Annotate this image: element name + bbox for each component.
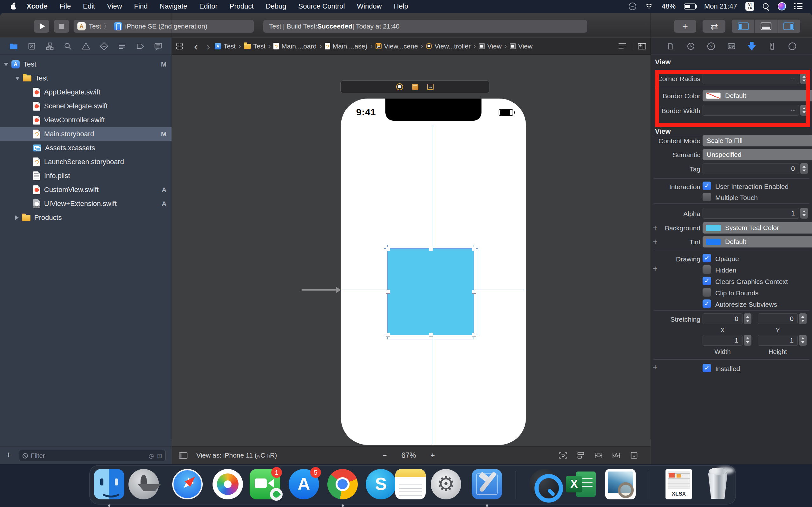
- attributes-inspector-icon[interactable]: [747, 42, 757, 51]
- first-responder-icon[interactable]: [412, 83, 418, 90]
- add-constraints-icon[interactable]: [594, 451, 604, 460]
- hidden-variation-button[interactable]: +: [653, 264, 658, 274]
- dock-xcode-icon[interactable]: [472, 469, 502, 499]
- corner-radius-field[interactable]: --: [703, 73, 799, 84]
- background-dropdown[interactable]: System Teal Color: [703, 222, 812, 233]
- zoom-out-button[interactable]: −: [383, 451, 387, 460]
- installed-variation-button[interactable]: +: [653, 362, 658, 372]
- forward-button[interactable]: ›: [202, 42, 214, 51]
- stretching-y-stepper[interactable]: [799, 314, 807, 324]
- tree-row-scenedelegate[interactable]: SceneDelegate.swift: [0, 99, 171, 113]
- storyboard-canvas[interactable]: → 9:41: [172, 55, 651, 446]
- crumb-scene[interactable]: View...cene: [384, 43, 418, 50]
- size-inspector-icon[interactable]: [767, 42, 777, 51]
- resize-handle-se[interactable]: [472, 333, 476, 337]
- stretching-y-field[interactable]: 0: [758, 314, 798, 324]
- dock-launchpad-icon[interactable]: [129, 469, 159, 499]
- dock-chrome-icon[interactable]: [327, 469, 358, 499]
- run-button[interactable]: [34, 20, 49, 33]
- battery-icon[interactable]: [684, 3, 696, 9]
- crumb-subview[interactable]: View: [518, 43, 532, 50]
- crumb-group[interactable]: Test: [253, 43, 266, 50]
- quick-help-inspector-icon[interactable]: ?: [706, 42, 716, 51]
- border-width-field[interactable]: --: [703, 105, 799, 116]
- menu-navigate[interactable]: Navigate: [154, 2, 194, 10]
- file-inspector-icon[interactable]: [666, 42, 675, 51]
- find-navigator-icon[interactable]: [63, 42, 72, 51]
- resize-handle-nw[interactable]: [386, 247, 390, 251]
- dock-system-preferences-icon[interactable]: ⚙: [431, 469, 461, 499]
- dock-finder-icon[interactable]: [94, 469, 124, 499]
- stretching-height-stepper[interactable]: [799, 335, 807, 346]
- corner-radius-stepper[interactable]: [800, 73, 808, 84]
- tag-field[interactable]: 0: [703, 163, 799, 174]
- tree-row-viewcontroller[interactable]: ViewController.swift: [0, 113, 171, 127]
- scm-status-icon[interactable]: ⊡: [157, 452, 162, 459]
- resize-handle-n[interactable]: [429, 247, 433, 251]
- tree-row-customview[interactable]: CustomView.swift A: [0, 183, 171, 197]
- toggle-debug-area-button[interactable]: [755, 20, 777, 33]
- dock-preview-icon[interactable]: [605, 469, 636, 499]
- border-color-dropdown[interactable]: Default: [703, 90, 812, 101]
- input-source-icon[interactable]: VI TX: [745, 2, 754, 11]
- crumb-storyboard[interactable]: Main....oard: [281, 43, 316, 50]
- device-orientation-icon[interactable]: [558, 451, 568, 460]
- source-control-navigator-icon[interactable]: [27, 42, 36, 51]
- tag-stepper[interactable]: [800, 163, 808, 174]
- tree-row-products[interactable]: Products: [0, 211, 171, 225]
- crumb-project[interactable]: Test: [223, 43, 236, 50]
- symbol-navigator-icon[interactable]: [45, 42, 54, 51]
- issue-navigator-icon[interactable]: [82, 42, 90, 51]
- wifi-icon[interactable]: [645, 3, 653, 10]
- menu-view[interactable]: View: [101, 2, 128, 10]
- initial-viewcontroller-arrow[interactable]: [302, 289, 340, 291]
- resize-handle-e[interactable]: [472, 290, 476, 294]
- hidden-checkbox[interactable]: [703, 265, 711, 274]
- add-file-button[interactable]: +: [6, 450, 11, 460]
- menu-help[interactable]: Help: [388, 2, 414, 10]
- device-chooser-icon[interactable]: [179, 452, 188, 459]
- alpha-stepper[interactable]: [800, 208, 808, 219]
- dock-safari-icon[interactable]: [172, 469, 203, 499]
- installed-checkbox[interactable]: ✓: [703, 364, 711, 372]
- menu-product[interactable]: Product: [223, 2, 260, 10]
- siri-icon[interactable]: [778, 2, 786, 10]
- content-mode-dropdown[interactable]: Scale To Fill: [703, 135, 812, 147]
- stretching-x-stepper[interactable]: [744, 314, 751, 324]
- dock-notes-icon[interactable]: [395, 469, 426, 499]
- library-button[interactable]: +: [674, 20, 696, 33]
- tree-row-infoplist[interactable]: Info.plist: [0, 169, 171, 183]
- disclosure-triangle[interactable]: [4, 63, 8, 66]
- resolve-autolayout-icon[interactable]: [611, 451, 621, 460]
- view-as-label[interactable]: View as: iPhone 11 (wC hR): [196, 452, 277, 459]
- view-controller-icon[interactable]: [396, 83, 403, 90]
- menu-xcode[interactable]: Xcode: [20, 2, 54, 10]
- stretching-width-stepper[interactable]: [744, 335, 751, 346]
- alpha-field[interactable]: 1: [703, 208, 799, 219]
- dock-trash-icon[interactable]: [703, 469, 733, 499]
- zoom-level[interactable]: 67%: [401, 451, 416, 460]
- disclosure-triangle[interactable]: [15, 77, 20, 80]
- recent-files-icon[interactable]: ◷: [148, 452, 154, 459]
- history-inspector-icon[interactable]: [686, 42, 696, 51]
- zoom-in-button[interactable]: +: [430, 451, 435, 460]
- dock-quicktime-icon[interactable]: [529, 469, 560, 499]
- toggle-inspector-button[interactable]: [777, 20, 800, 33]
- apple-menu-icon[interactable]: [11, 3, 16, 9]
- menu-debug[interactable]: Debug: [260, 2, 293, 10]
- dock-photos-icon[interactable]: [212, 469, 243, 499]
- resize-handle-ne[interactable]: [472, 247, 476, 251]
- menu-clock[interactable]: Mon 21:47: [704, 2, 737, 10]
- spotlight-search-icon[interactable]: [763, 3, 769, 10]
- tree-row-launchscreen[interactable]: LaunchScreen.storyboard: [0, 155, 171, 169]
- creative-cloud-icon[interactable]: ∞: [629, 3, 636, 10]
- test-navigator-icon[interactable]: [100, 42, 108, 51]
- opaque-checkbox[interactable]: ✓: [703, 254, 711, 262]
- menu-editor[interactable]: Editor: [193, 2, 223, 10]
- tree-row-main-storyboard[interactable]: Main.storyboard M: [0, 127, 171, 141]
- resize-handle-sw[interactable]: [386, 333, 390, 337]
- menu-window[interactable]: Window: [351, 2, 388, 10]
- tree-row-group-test[interactable]: Test: [0, 71, 171, 85]
- menu-edit[interactable]: Edit: [77, 2, 101, 10]
- autoresize-checkbox[interactable]: ✓: [703, 299, 711, 308]
